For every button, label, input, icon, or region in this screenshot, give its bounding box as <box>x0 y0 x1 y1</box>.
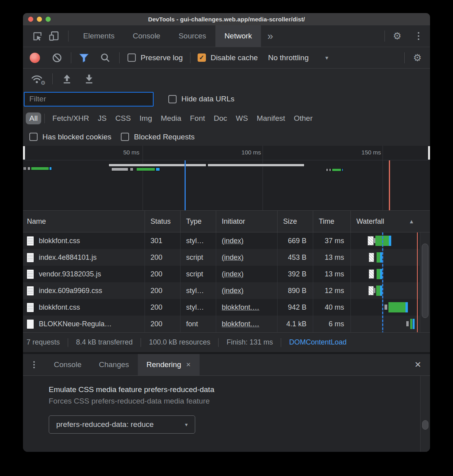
overview-bar <box>332 168 341 171</box>
column-header-time[interactable]: Time <box>313 211 351 232</box>
record-network-log-button[interactable] <box>30 53 40 63</box>
prefers-reduced-data-select[interactable]: prefers-reduced-data: reduce ▾ <box>49 415 195 434</box>
filter-pill-css[interactable]: CSS <box>111 112 135 124</box>
filter-pill-other[interactable]: Other <box>289 112 317 124</box>
filter-pill-font[interactable]: Font <box>186 112 209 124</box>
column-header-initiator[interactable]: Initiator <box>216 211 278 232</box>
request-name: BLOKKNeue-Regula… <box>39 320 112 328</box>
column-header-name[interactable]: Name <box>23 211 145 232</box>
filter-row: Hide data URLs <box>23 89 430 109</box>
drawer-tab-changes[interactable]: Changes <box>90 354 138 375</box>
initiator-link[interactable]: (index) <box>222 270 244 278</box>
initiator-link[interactable]: (index) <box>222 253 244 262</box>
overview-bar <box>108 164 206 167</box>
more-tabs-icon[interactable]: » <box>261 30 279 42</box>
column-header-waterfall[interactable]: Waterfall▲ <box>351 211 430 232</box>
table-row[interactable]: index.609a9969.css 200 styl… (index) 890… <box>23 282 430 299</box>
tab-console[interactable]: Console <box>124 25 169 47</box>
table-row[interactable]: vendor.93182035.js 200 script (index) 39… <box>23 266 430 282</box>
export-har-icon[interactable] <box>84 73 95 84</box>
waterfall-waiting-bar <box>377 269 380 279</box>
blocked-requests-checkbox[interactable] <box>121 133 129 141</box>
drawer-tab-rendering[interactable]: Rendering ✕ <box>138 354 200 375</box>
load-event-line <box>389 160 390 210</box>
throttling-select[interactable]: No throttling <box>268 53 308 62</box>
close-tab-icon[interactable]: ✕ <box>186 361 191 368</box>
hide-data-urls-checkbox[interactable] <box>168 95 177 103</box>
filter-pill-js[interactable]: JS <box>93 112 111 124</box>
stylesheet-file-icon <box>27 286 34 295</box>
initiator-link[interactable]: (index) <box>222 237 244 245</box>
table-row[interactable]: BLOKKNeue-Regula… 200 font blokkfont.… 4… <box>23 316 430 332</box>
drawer-tab-bar: Console Changes Rendering ✕ ✕ <box>23 354 430 376</box>
request-type: script <box>181 266 216 282</box>
network-overview-timeline[interactable]: 50 ms 100 ms 150 ms <box>23 146 430 211</box>
waterfall-cell <box>351 316 430 332</box>
table-row[interactable]: blokkfont.css 200 styl… blokkfont.… 942 … <box>23 299 430 316</box>
has-blocked-cookies-checkbox[interactable] <box>29 133 38 141</box>
overview-bar <box>156 168 160 171</box>
clear-network-log-icon[interactable] <box>52 53 62 63</box>
filter-pill-fetch-xhr[interactable]: Fetch/XHR <box>48 112 93 124</box>
request-type: styl… <box>181 299 216 316</box>
search-icon[interactable] <box>100 52 110 63</box>
settings-gear-icon[interactable]: ⚙ <box>385 30 409 42</box>
device-toolbar-icon[interactable] <box>45 30 63 42</box>
column-header-type[interactable]: Type <box>181 211 216 232</box>
divider <box>68 338 68 347</box>
rendering-panel: Emulate CSS media feature prefers-reduce… <box>23 376 430 452</box>
table-row[interactable]: blokkfont.css 301 styl… (index) 669 B 37… <box>23 232 430 249</box>
overview-bar <box>111 168 128 171</box>
overview-handle-left[interactable] <box>23 146 25 160</box>
has-blocked-cookies-label: Has blocked cookies <box>42 133 111 141</box>
waterfall-stalled-bar <box>384 305 387 310</box>
request-type: script <box>181 249 216 266</box>
import-har-icon[interactable] <box>61 73 72 84</box>
request-size: 890 B <box>278 282 313 299</box>
transferred-size: 8.4 kB transferred <box>76 338 133 347</box>
close-drawer-icon[interactable]: ✕ <box>414 360 421 369</box>
column-header-status[interactable]: Status <box>145 211 181 232</box>
filter-input[interactable] <box>24 92 154 107</box>
column-header-size[interactable]: Size <box>278 211 313 232</box>
initiator-link[interactable]: blokkfont.… <box>222 303 259 312</box>
overview-bar <box>49 167 52 170</box>
table-scrollbar-thumb[interactable] <box>422 244 428 318</box>
status-code: 301 <box>145 232 181 249</box>
filter-pill-img[interactable]: Img <box>135 112 156 124</box>
overview-handle-right[interactable] <box>428 146 430 160</box>
chevron-down-icon: ▾ <box>185 421 188 428</box>
finish-time: Finish: 131 ms <box>226 338 273 347</box>
drawer-scrollbar-thumb[interactable] <box>422 420 428 430</box>
drawer-scrollbar[interactable] <box>420 376 430 452</box>
request-size: 453 B <box>278 249 313 266</box>
preserve-log-label: Preserve log <box>141 53 183 62</box>
disable-cache-checkbox[interactable]: ✓ <box>198 53 206 62</box>
filter-pill-ws[interactable]: WS <box>232 112 253 124</box>
request-time: 6 ms <box>313 316 351 332</box>
divider <box>218 338 219 347</box>
filter-pill-all[interactable]: All <box>26 112 41 124</box>
preserve-log-checkbox[interactable] <box>128 53 136 62</box>
request-name: blokkfont.css <box>39 237 80 245</box>
initiator-link[interactable]: (index) <box>222 287 244 295</box>
filter-pill-doc[interactable]: Doc <box>209 112 232 124</box>
filter-pill-manifest[interactable]: Manifest <box>252 112 289 124</box>
tab-sources[interactable]: Sources <box>169 25 215 47</box>
tick-label-100ms: 100 ms <box>242 149 261 156</box>
network-settings-gear-icon[interactable]: ⚙ <box>405 52 430 63</box>
filter-funnel-icon[interactable] <box>78 52 89 63</box>
drawer-tab-console[interactable]: Console <box>45 354 90 375</box>
tab-network[interactable]: Network <box>215 25 261 47</box>
network-conditions-wifi-icon[interactable]: ⚙ <box>31 74 43 84</box>
script-file-icon <box>27 253 34 262</box>
filter-pill-media[interactable]: Media <box>156 112 186 124</box>
tab-elements[interactable]: Elements <box>74 25 124 47</box>
table-row[interactable]: index.4e884101.js 200 script (index) 453… <box>23 249 430 266</box>
request-size: 942 B <box>278 299 313 316</box>
table-scrollbar[interactable] <box>420 232 430 332</box>
waterfall-waiting-bar <box>377 252 380 263</box>
chevron-down-icon[interactable]: ▾ <box>325 54 328 61</box>
initiator-link[interactable]: blokkfont.… <box>222 320 259 328</box>
inspect-element-icon[interactable] <box>29 31 45 42</box>
